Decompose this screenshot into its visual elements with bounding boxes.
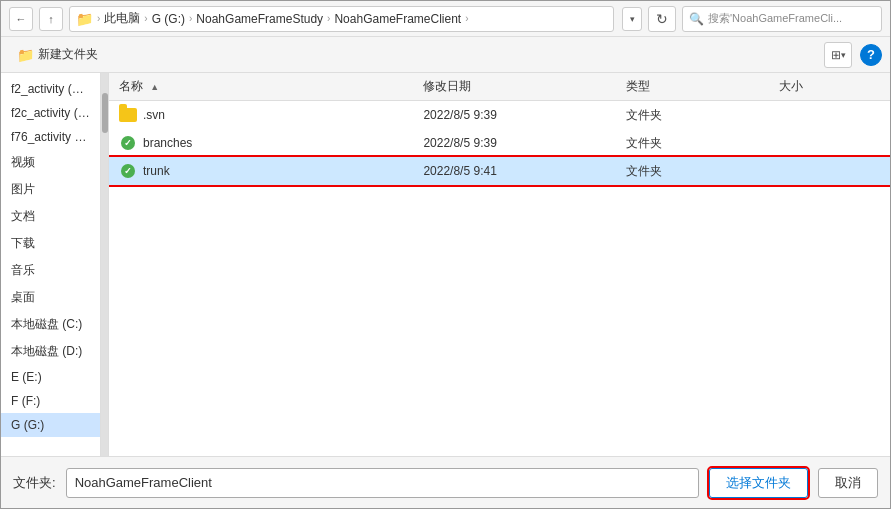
help-button[interactable]: ? — [860, 44, 882, 66]
select-folder-button[interactable]: 选择文件夹 — [709, 468, 808, 498]
file-name-cell-1: ✓branches — [119, 135, 423, 151]
file-list: .svn2022/8/5 9:39文件夹✓branches2022/8/5 9:… — [109, 101, 890, 456]
sidebar-scrollbar-thumb — [102, 93, 108, 133]
sidebar-item-0[interactable]: f2_activity (192. — [1, 77, 100, 101]
file-type-cell-2: 文件夹 — [626, 163, 778, 180]
help-label: ? — [867, 47, 875, 62]
breadcrumb-sep-0: › — [97, 13, 100, 24]
breadcrumb-item-0[interactable]: 此电脑 — [104, 10, 140, 27]
folder-icon — [119, 107, 137, 123]
up-button[interactable]: ↑ — [39, 7, 63, 31]
breadcrumb-bar: 📁 › 此电脑 › G (G:) › NoahGameFrameStudy › … — [69, 6, 614, 32]
file-area: 名称 ▲ 修改日期 类型 大小 .svn2022/8/5 9:39文件夹✓bra… — [109, 73, 890, 456]
sidebar-item-3[interactable]: 视频 — [1, 149, 100, 176]
sidebar-item-9[interactable]: 本地磁盘 (C:) — [1, 311, 100, 338]
folder-input[interactable] — [66, 468, 699, 498]
new-folder-button[interactable]: 📁 新建文件夹 — [9, 42, 106, 68]
breadcrumb-sep-1: › — [144, 13, 147, 24]
breadcrumb-sep-2: › — [189, 13, 192, 24]
breadcrumb-item-3[interactable]: NoahGameFrameClient — [334, 12, 461, 26]
cancel-button[interactable]: 取消 — [818, 468, 878, 498]
file-date-cell-2: 2022/8/5 9:41 — [423, 164, 626, 178]
table-row[interactable]: .svn2022/8/5 9:39文件夹 — [109, 101, 890, 129]
column-header-name[interactable]: 名称 ▲ — [119, 78, 423, 95]
sort-arrow-icon: ▲ — [150, 82, 159, 92]
svn-folder-icon: ✓ — [119, 163, 137, 179]
file-name-text-1: branches — [143, 136, 192, 150]
file-dialog: ← ↑ 📁 › 此电脑 › G (G:) › NoahGameFrameStud… — [0, 0, 891, 509]
svn-check-icon: ✓ — [121, 136, 135, 150]
table-row[interactable]: ✓branches2022/8/5 9:39文件夹 — [109, 129, 890, 157]
file-date-cell-0: 2022/8/5 9:39 — [423, 108, 626, 122]
file-date-cell-1: 2022/8/5 9:39 — [423, 136, 626, 150]
refresh-button[interactable]: ↻ — [648, 6, 676, 32]
sidebar-item-11[interactable]: E (E:) — [1, 365, 100, 389]
sidebar-item-13[interactable]: G (G:) — [1, 413, 100, 437]
view-button[interactable]: ⊞ ▾ — [824, 42, 852, 68]
main-content: f2_activity (192.f2c_activity (192.f76_a… — [1, 73, 890, 456]
new-folder-label: 新建文件夹 — [38, 46, 98, 63]
file-name-cell-0: .svn — [119, 107, 423, 123]
column-header-date[interactable]: 修改日期 — [423, 78, 626, 95]
file-name-cell-2: ✓trunk — [119, 163, 423, 179]
sidebar-item-8[interactable]: 桌面 — [1, 284, 100, 311]
toolbar: 📁 新建文件夹 ⊞ ▾ ? — [1, 37, 890, 73]
folder-icon: 📁 — [76, 11, 93, 27]
sidebar-item-7[interactable]: 音乐 — [1, 257, 100, 284]
search-placeholder-text: 搜索'NoahGameFrameCli... — [708, 11, 842, 26]
table-header: 名称 ▲ 修改日期 类型 大小 — [109, 73, 890, 101]
file-type-cell-1: 文件夹 — [626, 135, 778, 152]
file-type-cell-0: 文件夹 — [626, 107, 778, 124]
breadcrumb-sep-3: › — [327, 13, 330, 24]
search-bar[interactable]: 🔍 搜索'NoahGameFrameCli... — [682, 6, 882, 32]
view-icon: ⊞ — [831, 48, 841, 62]
folder-label: 文件夹: — [13, 474, 56, 492]
breadcrumb-item-1[interactable]: G (G:) — [152, 12, 185, 26]
breadcrumb-dropdown-button[interactable]: ▾ — [622, 7, 642, 31]
sidebar-item-6[interactable]: 下载 — [1, 230, 100, 257]
bottom-bar: 文件夹: 选择文件夹 取消 — [1, 456, 890, 508]
column-header-size[interactable]: 大小 — [779, 78, 880, 95]
file-name-text-2: trunk — [143, 164, 170, 178]
back-button[interactable]: ← — [9, 7, 33, 31]
sidebar-item-5[interactable]: 文档 — [1, 203, 100, 230]
table-row[interactable]: ✓trunk2022/8/5 9:41文件夹 — [109, 157, 890, 185]
search-icon: 🔍 — [689, 12, 704, 26]
sidebar-item-10[interactable]: 本地磁盘 (D:) — [1, 338, 100, 365]
sidebar-item-4[interactable]: 图片 — [1, 176, 100, 203]
breadcrumb-item-2[interactable]: NoahGameFrameStudy — [196, 12, 323, 26]
svn-check-icon: ✓ — [121, 164, 135, 178]
sidebar-scrollbar[interactable] — [100, 73, 108, 456]
breadcrumb-sep-4: › — [465, 13, 468, 24]
folder-yellow-icon — [119, 108, 137, 122]
sidebar-item-12[interactable]: F (F:) — [1, 389, 100, 413]
sidebar: f2_activity (192.f2c_activity (192.f76_a… — [1, 73, 100, 456]
view-dropdown-arrow: ▾ — [841, 50, 846, 60]
sidebar-item-1[interactable]: f2c_activity (192. — [1, 101, 100, 125]
top-bar: ← ↑ 📁 › 此电脑 › G (G:) › NoahGameFrameStud… — [1, 1, 890, 37]
svn-folder-icon: ✓ — [119, 135, 137, 151]
file-name-text-0: .svn — [143, 108, 165, 122]
new-folder-icon: 📁 — [17, 47, 34, 63]
sidebar-item-2[interactable]: f76_activity (192. — [1, 125, 100, 149]
column-header-type[interactable]: 类型 — [626, 78, 778, 95]
